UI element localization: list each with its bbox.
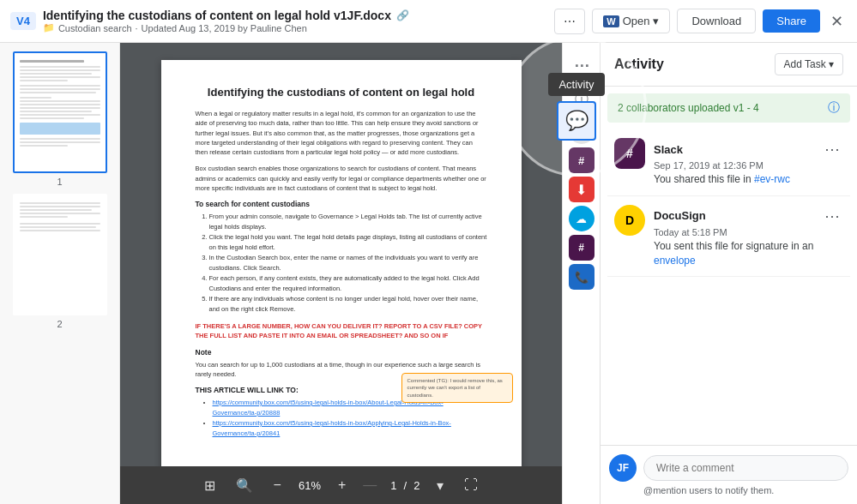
- fullscreen-button[interactable]: ⛶: [461, 474, 481, 496]
- thumbnail-2[interactable]: 2: [9, 194, 111, 329]
- close-button[interactable]: ✕: [827, 9, 847, 34]
- thumbnail-panel: 1 2: [0, 43, 120, 504]
- slack-channel-link[interactable]: #ev-rwc: [754, 173, 790, 185]
- thumb-page-1[interactable]: [13, 51, 107, 173]
- note-heading: Note: [196, 348, 487, 357]
- header: V4 Identifying the custodians of content…: [0, 0, 857, 43]
- main-content: 1 2: [0, 43, 857, 504]
- comment-input[interactable]: [643, 455, 848, 481]
- step-2: Click the legal hold you want. The legal…: [209, 232, 487, 253]
- page-current: 1: [390, 479, 396, 492]
- docusign-activity-content: DocuSign ⋯ Today at 5:18 PM You sent thi…: [654, 205, 843, 268]
- user-avatar: JF: [609, 454, 637, 482]
- slack-time: Sep 17, 2019 at 12:36 PM: [654, 160, 843, 171]
- thumb-page-2[interactable]: [13, 194, 107, 315]
- doc-viewer: Identifying the custodians of content on…: [120, 43, 562, 504]
- avatar-initials: JF: [617, 462, 629, 474]
- page-nav-button[interactable]: ▾: [433, 474, 447, 497]
- step-5: If there are any individuals whose conte…: [209, 294, 487, 315]
- info-button[interactable]: ⓘ: [566, 84, 597, 115]
- docusign-activity-icon: D: [614, 205, 645, 236]
- page-slash: /: [404, 479, 407, 492]
- download-button[interactable]: Download: [677, 9, 756, 33]
- activity-item-docusign: D DocuSign ⋯ Today at 5:18 PM You sent t…: [607, 196, 850, 278]
- slack-activity-icon: #: [614, 138, 645, 169]
- activity-panel: Activity Add Task ▾ 2 collaborators uplo…: [600, 43, 857, 504]
- open-button[interactable]: W Open ▾: [592, 9, 670, 33]
- folder-icon: 📁: [43, 22, 55, 33]
- slack2-app-button[interactable]: #: [569, 235, 594, 261]
- toolbar-separator: —: [363, 477, 377, 493]
- link-icon: 🔗: [396, 9, 409, 21]
- deliver-heading: IF THERE'S A LARGE NUMBER, HOW CAN YOU D…: [196, 321, 487, 341]
- app-container: V4 Identifying the custodians of content…: [0, 0, 857, 504]
- open-chevron: ▾: [653, 15, 659, 27]
- activity-header: Activity Add Task ▾: [601, 43, 857, 87]
- slack-activity-content: Slack ⋯ Sep 17, 2019 at 12:36 PM You sha…: [654, 138, 843, 187]
- page-total: 2: [413, 479, 419, 492]
- meta-updated: Updated Aug 13, 2019 by Pauline Chen: [142, 23, 307, 33]
- comment-input-row: JF: [609, 454, 848, 482]
- link-2[interactable]: https://community.box.com/t5/using-legal…: [213, 419, 451, 437]
- right-icon-panel: ⋯ ⓘ M # ⬇ ☁ # 📞: [562, 43, 600, 504]
- docusign-text: You sent this file for signature in an e…: [654, 239, 843, 268]
- share-button[interactable]: Share: [763, 9, 820, 33]
- salesforce-app-button[interactable]: ☁: [569, 206, 594, 231]
- more-options-button[interactable]: ⋯: [554, 9, 585, 34]
- banner-info-icon[interactable]: ⓘ: [828, 100, 840, 116]
- search-steps: From your admin console, navigate to Gov…: [196, 212, 487, 315]
- activity-panel-title: Activity: [614, 57, 664, 72]
- slack-text: You shared this file in #ev-rwc: [654, 172, 843, 187]
- zoom-in-button[interactable]: +: [335, 474, 349, 496]
- para2: Box custodian search enables those organ…: [196, 164, 487, 193]
- more-menu-button[interactable]: ⋯: [566, 50, 597, 81]
- search-doc-button[interactable]: 🔍: [232, 474, 256, 497]
- meta-custodian: Custodian search: [58, 23, 132, 33]
- page-title: Identifying the custodians of content on…: [196, 86, 487, 99]
- comment-text: Commented (TG): I would remove this, as …: [407, 378, 503, 398]
- envelope-link[interactable]: envelope: [654, 255, 696, 267]
- comment-hint: @mention users to notify them.: [609, 485, 848, 495]
- activity-feed: # Slack ⋯ Sep 17, 2019 at 12:36 PM You s…: [601, 129, 857, 445]
- slack-app-button[interactable]: #: [569, 147, 594, 173]
- search-heading: To search for content custodians: [196, 200, 487, 208]
- links-list: https://community.box.com/t5/using-legal…: [196, 398, 487, 439]
- para1: When a legal or regulatory matter result…: [196, 109, 487, 157]
- page-display: 1 / 2: [390, 479, 419, 492]
- zoom-value: 61%: [299, 479, 321, 492]
- slack-more-button[interactable]: ⋯: [821, 138, 843, 160]
- comment-bubble: Commented (TG): I would remove this, as …: [401, 373, 513, 403]
- collab-text: 2 collaborators uploaded v1 - 4: [618, 102, 759, 114]
- word-icon: W: [603, 15, 619, 27]
- ring-app-button[interactable]: 📞: [569, 264, 594, 290]
- comment-area: JF @mention users to notify them.: [601, 445, 857, 504]
- step-3: In the Custodian Search box, enter the n…: [209, 253, 487, 273]
- docusign-more-button[interactable]: ⋯: [821, 205, 843, 227]
- doc-title-row: Identifying the custodians of content on…: [43, 9, 547, 22]
- add-task-button[interactable]: Add Task ▾: [775, 53, 843, 75]
- download-app-button[interactable]: ⬇: [569, 177, 594, 202]
- thumb-num-2: 2: [57, 319, 62, 329]
- docusign-time: Today at 5:18 PM: [654, 227, 843, 237]
- version-badge: V4: [10, 12, 36, 30]
- thumbnail-1[interactable]: 1: [9, 51, 111, 187]
- step-4: For each person, if any content exists, …: [209, 273, 487, 294]
- header-actions: ⋯ W Open ▾ Download Share ✕: [554, 9, 847, 34]
- doc-info: Identifying the custodians of content on…: [43, 9, 547, 33]
- docusign-app-name: DocuSign: [654, 209, 706, 222]
- page-content: Identifying the custodians of content on…: [161, 60, 522, 466]
- zoom-out-button[interactable]: −: [270, 474, 285, 496]
- viewer-toolbar: ⊞ 🔍 − 61% + — 1 / 2 ▾ ⛶: [120, 466, 562, 504]
- slack-app-name: Slack: [654, 143, 683, 156]
- doc-title-text: Identifying the custodians of content on…: [43, 9, 391, 22]
- collaborators-button[interactable]: M: [569, 118, 594, 144]
- doc-page[interactable]: Identifying the custodians of content on…: [120, 43, 562, 466]
- meta-separator: ·: [136, 23, 138, 33]
- step-1: From your admin console, navigate to Gov…: [209, 212, 487, 232]
- activity-item-slack: # Slack ⋯ Sep 17, 2019 at 12:36 PM You s…: [607, 129, 850, 196]
- zoom-display: 61%: [299, 479, 321, 492]
- grid-view-button[interactable]: ⊞: [201, 474, 219, 497]
- open-label: Open: [623, 15, 650, 27]
- thumb-num-1: 1: [57, 177, 62, 187]
- collab-banner: 2 collaborators uploaded v1 - 4 ⓘ: [607, 93, 850, 123]
